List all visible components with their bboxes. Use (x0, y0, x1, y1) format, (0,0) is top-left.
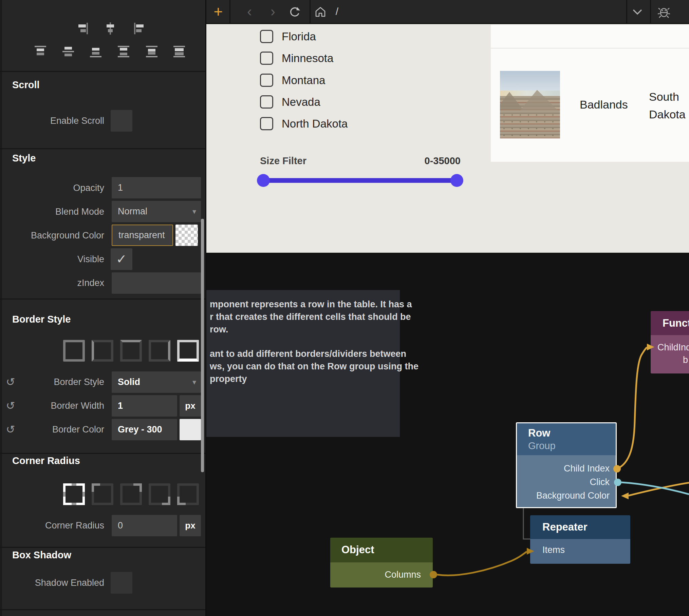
node-graph-canvas[interactable]: mponent represents a row in the table. I… (206, 253, 689, 616)
size-filter-range: 0-35000 (359, 156, 461, 166)
range-slider-handle-min[interactable] (257, 174, 270, 187)
stretch-icon[interactable] (172, 45, 186, 58)
section-title-style: Style (12, 153, 36, 163)
url-path[interactable]: / (330, 0, 344, 23)
chevron-down-icon: ▾ (192, 371, 196, 393)
align-right-icon[interactable] (76, 22, 90, 35)
port-dot-columns[interactable] (430, 571, 437, 578)
nav-forward-button[interactable]: › (266, 0, 280, 23)
zindex-label: zIndex (0, 277, 104, 288)
visible-checkbox[interactable]: ✓ (111, 248, 132, 270)
corner-bottom-left-icon[interactable] (177, 483, 199, 505)
enable-scroll-label: Enable Scroll (0, 115, 104, 126)
blend-mode-select[interactable]: Normal ▾ (112, 201, 201, 222)
blend-mode-label: Blend Mode (0, 206, 104, 217)
divider (626, 0, 627, 23)
checkbox-label: Nevada (282, 95, 320, 109)
divider (0, 547, 206, 548)
divider (0, 71, 206, 72)
border-width-input[interactable]: 1 (112, 395, 177, 417)
section-title-corner-radius: Corner Radius (12, 455, 80, 466)
border-left-icon[interactable] (92, 340, 113, 362)
divider (229, 0, 230, 23)
wire-arrow-into-function (647, 344, 654, 350)
nav-back-button[interactable]: ‹ (243, 0, 256, 23)
space-between-icon[interactable] (117, 45, 130, 58)
divider (650, 0, 651, 23)
opacity-label: Opacity (0, 182, 104, 193)
wire-arrow-into-items (527, 548, 534, 555)
divider (0, 609, 206, 610)
checkbox-label: North Dakota (282, 117, 348, 130)
align-bottom-icon[interactable] (89, 45, 103, 58)
blend-mode-value: Normal (118, 206, 147, 216)
corner-all-icon-selected[interactable] (63, 483, 85, 505)
checkbox-label: Florida (282, 30, 316, 43)
divider (0, 148, 206, 149)
align-middle-icon[interactable] (61, 45, 75, 58)
background-color-swatch[interactable] (175, 225, 198, 246)
corner-bottom-right-icon[interactable] (149, 483, 170, 505)
zindex-input[interactable] (112, 272, 201, 294)
checkbox-minnesota[interactable] (260, 52, 273, 65)
wire-columns-to-items[interactable] (437, 552, 527, 575)
preview-toolbar: + ‹ › / (206, 0, 689, 24)
range-slider-track[interactable] (263, 178, 457, 183)
border-all-icon[interactable] (63, 340, 85, 362)
enable-scroll-checkbox[interactable] (111, 110, 132, 132)
app-window: Scroll Enable Scroll Style Opacity 1 Ble… (0, 0, 689, 616)
check-icon: ✓ (116, 252, 127, 266)
checkbox-nevada[interactable] (260, 95, 273, 109)
border-bottom-icon-selected[interactable] (177, 340, 199, 362)
space-center-icon[interactable] (145, 45, 159, 58)
checkbox-florida[interactable] (260, 30, 273, 43)
corner-radius-input[interactable]: 0 (112, 515, 177, 536)
corner-top-left-icon[interactable] (92, 483, 113, 505)
corner-radius-label: Corner Radius (0, 520, 104, 531)
border-style-select[interactable]: Solid ▾ (112, 371, 201, 393)
corner-top-right-icon[interactable] (120, 483, 142, 505)
port-dot-click[interactable] (614, 479, 621, 486)
checkbox-label: Minnesota (282, 52, 333, 65)
home-button[interactable] (315, 6, 326, 18)
panel-scrollbar[interactable] (201, 219, 204, 472)
chevron-down-icon: ▾ (192, 201, 196, 222)
divider (0, 453, 206, 454)
section-title-scroll: Scroll (12, 79, 40, 90)
checkbox-label: Montana (282, 74, 325, 87)
corner-radius-unit[interactable]: px (180, 515, 201, 536)
hierarchy-connector (523, 508, 530, 539)
border-right-icon[interactable] (149, 340, 170, 362)
add-button[interactable]: + (211, 0, 225, 23)
checkbox-montana[interactable] (260, 74, 273, 87)
wire-childindex-to-function[interactable] (617, 347, 647, 469)
size-filter-label: Size Filter (260, 156, 306, 166)
border-style-value: Solid (118, 377, 140, 387)
border-color-swatch[interactable] (180, 419, 201, 440)
border-width-label: Border Width (0, 400, 104, 411)
border-width-unit[interactable]: px (180, 395, 201, 417)
align-center-horizontal-icon[interactable] (104, 22, 117, 35)
refresh-button[interactable] (289, 6, 301, 18)
border-style-label: Border Style (0, 377, 104, 387)
border-color-input[interactable]: Grey - 300 (112, 419, 177, 440)
align-top-icon[interactable] (34, 45, 47, 58)
shadow-enabled-label: Shadow Enabled (0, 577, 104, 588)
range-slider-handle-max[interactable] (450, 174, 463, 187)
section-title-box-shadow: Box Shadow (12, 550, 71, 560)
align-left-icon[interactable] (132, 22, 146, 35)
visible-label: Visible (0, 254, 104, 265)
border-color-label: Border Color (0, 424, 104, 435)
viewport-chevron-down-icon[interactable] (632, 9, 643, 16)
card-title[interactable]: Badlands (580, 98, 628, 111)
debug-bug-icon[interactable] (657, 5, 671, 19)
border-top-icon[interactable] (120, 340, 142, 362)
background-color-input[interactable]: transparent (112, 225, 173, 246)
card-region-line2: Dakota (649, 108, 686, 121)
checkbox-north-dakota[interactable] (260, 117, 273, 130)
preview-viewport: Florida Minnesota Montana Nevada North D… (206, 24, 689, 253)
opacity-input[interactable]: 1 (112, 177, 201, 198)
card-divider (491, 48, 689, 49)
port-dot-child-index[interactable] (613, 465, 621, 473)
shadow-enabled-checkbox[interactable] (111, 572, 132, 594)
